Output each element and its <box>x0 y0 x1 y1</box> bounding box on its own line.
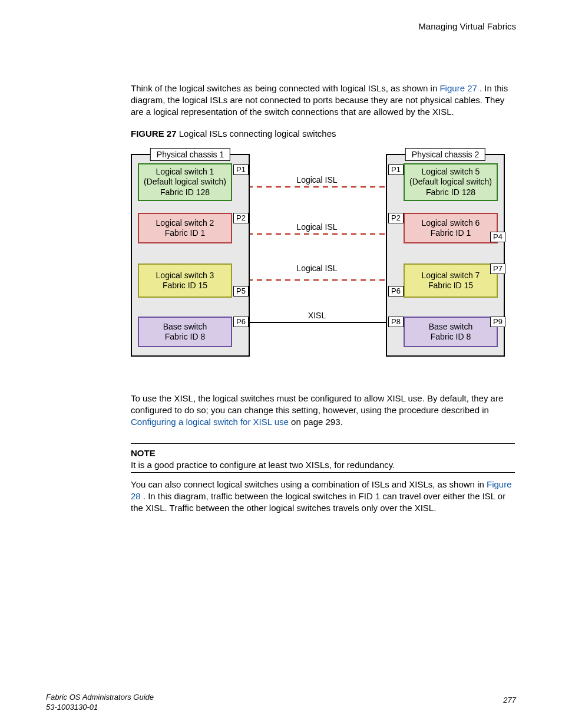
text: Logical switch 5 <box>422 167 480 177</box>
text: Logical switch 1 <box>156 167 214 177</box>
logical-switch-7: Logical switch 7 Fabric ID 15 <box>404 263 498 298</box>
logical-isl-label-1: Logical ISL <box>287 175 346 185</box>
figure-27-diagram: Physical chassis 1 Physical chassis 2 Lo… <box>131 146 503 368</box>
text: Logical switch 6 <box>422 218 480 229</box>
text: Fabric ID 8 <box>165 332 205 342</box>
text: Base switch <box>163 322 207 332</box>
text: Think of the logical switches as being c… <box>131 83 439 93</box>
configuring-xisl-link[interactable]: Configuring a logical switch for XISL us… <box>131 417 289 427</box>
text: Fabric ID 128 <box>160 187 210 198</box>
logical-switch-5: Logical switch 5 (Default logical switch… <box>404 163 498 201</box>
xisl-label: XISL <box>287 311 346 320</box>
paragraph-xisl-config: To use the XISL, the logical switches mu… <box>131 393 515 427</box>
port-p2-right: P2 <box>388 213 404 223</box>
logical-switch-6: Logical switch 6 Fabric ID 1 <box>404 213 498 243</box>
chassis-2-title: Physical chassis 2 <box>405 148 485 161</box>
figure-number: FIGURE 27 <box>131 129 177 139</box>
text: (Default logical switch) <box>409 177 492 187</box>
port-p9: P9 <box>490 317 505 327</box>
base-switch-left: Base switch Fabric ID 8 <box>138 317 232 347</box>
note-divider <box>131 443 515 444</box>
figure-27-link[interactable]: Figure 27 <box>439 83 480 93</box>
logical-switch-3: Logical switch 3 Fabric ID 15 <box>138 263 232 298</box>
note-heading: NOTE <box>131 448 156 458</box>
footer-doc-number: 53-1003130-01 <box>46 703 154 713</box>
text: To use the XISL, the logical switches mu… <box>131 393 503 415</box>
text: Fabric ID 1 <box>431 228 471 239</box>
paragraph-combination: You can also connect logical switches us… <box>131 479 515 513</box>
logical-isl-label-2: Logical ISL <box>287 222 346 232</box>
port-p5: P5 <box>233 286 249 297</box>
port-p6-right: P6 <box>388 286 404 297</box>
base-switch-right: Base switch Fabric ID 8 <box>404 317 498 347</box>
figure-caption: FIGURE 27 Logical ISLs connecting logica… <box>131 129 336 139</box>
port-p7: P7 <box>490 263 505 274</box>
text: . In this diagram, traffic between the l… <box>131 491 505 513</box>
chassis-1-title: Physical chassis 1 <box>150 148 230 161</box>
text: Fabric ID 128 <box>426 187 475 198</box>
section-header: Managing Virtual Fabrics <box>418 21 516 31</box>
text: Fabric ID 15 <box>163 281 207 291</box>
footer-guide-title: Fabric OS Administrators Guide <box>46 693 154 703</box>
text: Fabric ID 8 <box>431 332 471 342</box>
port-p1-right: P1 <box>388 164 404 175</box>
port-p2-left: P2 <box>233 213 249 223</box>
port-p6-left: P6 <box>233 317 249 327</box>
logical-isl-label-3: Logical ISL <box>287 263 346 273</box>
port-p4: P4 <box>490 232 505 242</box>
text: Fabric ID 15 <box>428 281 473 291</box>
text: Logical switch 2 <box>156 218 214 229</box>
logical-switch-2: Logical switch 2 Fabric ID 1 <box>138 213 232 243</box>
text: Fabric ID 1 <box>165 228 205 239</box>
logical-switch-1: Logical switch 1 (Default logical switch… <box>138 163 232 201</box>
note-divider-bottom <box>131 472 515 473</box>
footer-page-number: 277 <box>503 696 516 704</box>
footer-left: Fabric OS Administrators Guide 53-100313… <box>46 693 154 713</box>
note-text: It is a good practice to configure at le… <box>131 459 515 471</box>
text: Logical switch 3 <box>156 271 214 281</box>
text: Base switch <box>429 322 473 332</box>
text: Logical switch 7 <box>422 271 480 281</box>
port-p1-left: P1 <box>233 164 249 175</box>
text: on page 293. <box>289 417 343 427</box>
text: (Default logical switch) <box>144 177 226 187</box>
text: You can also connect logical switches us… <box>131 479 487 489</box>
paragraph-intro: Think of the logical switches as being c… <box>131 83 515 117</box>
figure-title: Logical ISLs connecting logical switches <box>177 129 336 139</box>
port-p8: P8 <box>388 317 404 327</box>
